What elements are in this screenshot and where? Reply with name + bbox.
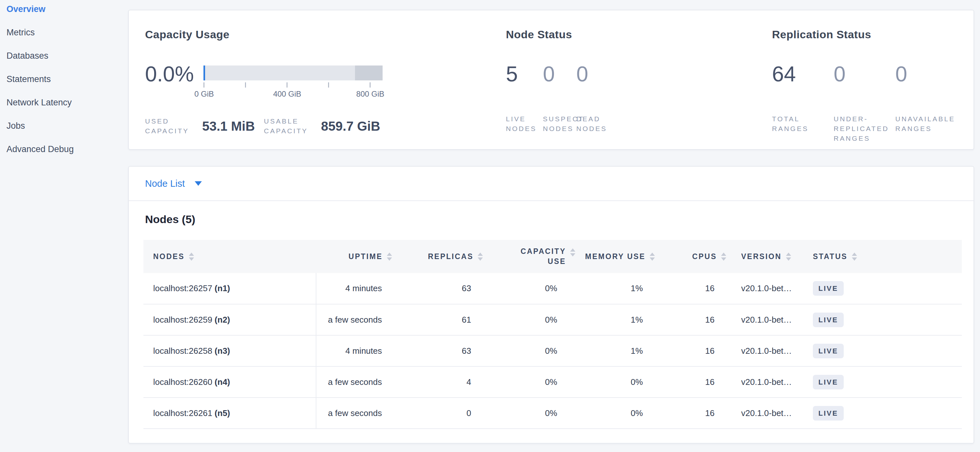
cell-node: localhost:26260 (n4) bbox=[143, 366, 316, 398]
sort-arrows-icon bbox=[387, 252, 392, 261]
sidebar-item-overview[interactable]: Overview bbox=[0, 0, 128, 21]
table-row: localhost:26261 (n5)a few seconds00%0%16… bbox=[143, 398, 962, 429]
metric-live-nodes: 5LIVE NODES bbox=[506, 63, 543, 133]
sort-arrows-icon bbox=[721, 252, 726, 261]
column-header-replicas[interactable]: REPLICAS bbox=[393, 240, 484, 273]
cell-uptime: 4 minutes bbox=[316, 273, 393, 304]
status-badge: LIVE bbox=[813, 406, 844, 420]
cell-version: v20.1.0-bet… bbox=[727, 366, 802, 398]
sort-arrows-icon bbox=[478, 252, 483, 261]
cell-capacity-use: 0% bbox=[484, 273, 577, 304]
column-header-node[interactable]: NODES bbox=[143, 240, 316, 273]
sidebar-item-metrics[interactable]: Metrics bbox=[0, 21, 128, 44]
sort-arrows-icon bbox=[650, 252, 655, 261]
cell-replicas: 4 bbox=[393, 366, 484, 398]
nodes-table-body: localhost:26257 (n1)4 minutes630%1%16v20… bbox=[143, 273, 962, 429]
sort-arrows-icon bbox=[189, 252, 194, 261]
replication-status-section: Replication Status 64TOTAL RANGES0UNDER-… bbox=[772, 28, 973, 143]
replication-status-metrics: 64TOTAL RANGES0UNDER-REPLICATED RANGES0U… bbox=[772, 63, 973, 143]
sidebar-item-databases[interactable]: Databases bbox=[0, 44, 128, 68]
column-header-inner: UPTIME bbox=[316, 252, 393, 261]
cell-version: v20.1.0-bet… bbox=[727, 304, 802, 335]
column-header-cpus[interactable]: CPUS bbox=[656, 240, 727, 273]
metric-under-replicated-ranges: 0UNDER-REPLICATED RANGES bbox=[834, 63, 895, 143]
chevron-down-icon bbox=[195, 181, 202, 186]
column-header-memory-use[interactable]: MEMORY USE bbox=[577, 240, 656, 273]
cell-cpus: 16 bbox=[656, 273, 727, 304]
node-address[interactable]: localhost:26260 bbox=[153, 377, 212, 387]
axis-label: 0 GiB bbox=[194, 89, 214, 98]
node-address[interactable]: localhost:26259 bbox=[153, 315, 212, 325]
cell-status: LIVE bbox=[802, 366, 962, 398]
node-id: (n4) bbox=[212, 377, 230, 387]
metric-label: SUSPECT NODES bbox=[543, 114, 576, 133]
metric-label: UNAVAILABLE RANGES bbox=[895, 114, 970, 133]
cell-cpus: 16 bbox=[656, 304, 727, 335]
cell-uptime: a few seconds bbox=[316, 304, 393, 335]
axis-tick bbox=[328, 82, 329, 87]
cell-node: localhost:26258 (n3) bbox=[143, 335, 316, 366]
capacity-chart-row: 0.0% 0 GiB 400 GiB 800 GiB bbox=[145, 64, 502, 101]
sidebar-item-advanced-debug[interactable]: Advanced Debug bbox=[0, 138, 128, 161]
column-header-inner: STATUS bbox=[802, 252, 962, 261]
cell-memory-use: 1% bbox=[577, 335, 656, 366]
column-header-label: NODES bbox=[153, 252, 185, 261]
cell-node: localhost:26257 (n1) bbox=[143, 273, 316, 304]
column-header-version[interactable]: VERSION bbox=[727, 240, 802, 273]
cell-version: v20.1.0-bet… bbox=[727, 335, 802, 366]
column-header-inner: VERSION bbox=[727, 252, 802, 261]
nodes-table: NODESUPTIMEREPLICASCAPACITY USEMEMORY US… bbox=[143, 240, 962, 429]
column-header-inner: CAPACITY USE bbox=[484, 246, 577, 266]
node-address[interactable]: localhost:26258 bbox=[153, 346, 212, 356]
node-address[interactable]: localhost:26257 bbox=[153, 283, 212, 293]
node-id: (n3) bbox=[212, 346, 230, 356]
sidebar-item-jobs[interactable]: Jobs bbox=[0, 114, 128, 138]
sidebar-nav: OverviewMetricsDatabasesStatementsNetwor… bbox=[0, 0, 128, 161]
cell-uptime: a few seconds bbox=[316, 366, 393, 398]
cell-version: v20.1.0-bet… bbox=[727, 273, 802, 304]
status-badge: LIVE bbox=[813, 344, 844, 358]
column-header-label: CAPACITY USE bbox=[511, 246, 566, 266]
cell-capacity-use: 0% bbox=[484, 304, 577, 335]
cell-uptime: a few seconds bbox=[316, 398, 393, 429]
table-row: localhost:26257 (n1)4 minutes630%1%16v20… bbox=[143, 273, 962, 304]
node-list-selector[interactable]: Node List bbox=[145, 178, 202, 189]
column-header-label: REPLICAS bbox=[428, 252, 473, 261]
axis-label: 800 GiB bbox=[356, 89, 385, 98]
metric-label: DEAD NODES bbox=[576, 114, 625, 133]
cell-version: v20.1.0-bet… bbox=[727, 398, 802, 429]
cluster-summary-card: Capacity Usage 0.0% 0 GiB 400 GiB 800 Gi… bbox=[128, 10, 974, 150]
metric-value: 64 bbox=[772, 63, 834, 85]
metric-value: 5 bbox=[506, 63, 543, 85]
table-row: localhost:26260 (n4)a few seconds40%0%16… bbox=[143, 366, 962, 398]
cluster-overview-page: OverviewMetricsDatabasesStatementsNetwor… bbox=[0, 0, 980, 452]
node-id: (n1) bbox=[212, 283, 230, 293]
metric-label: TOTAL RANGES bbox=[772, 114, 834, 133]
status-badge: LIVE bbox=[813, 312, 844, 327]
metric-unavailable-ranges: 0UNAVAILABLE RANGES bbox=[895, 63, 970, 143]
column-header-label: STATUS bbox=[813, 252, 848, 261]
metric-value: 0 bbox=[543, 63, 576, 85]
node-status-title: Node Status bbox=[506, 28, 765, 41]
cell-replicas: 63 bbox=[393, 273, 484, 304]
sidebar-item-network-latency[interactable]: Network Latency bbox=[0, 91, 128, 114]
cell-uptime: 4 minutes bbox=[316, 335, 393, 366]
column-header-capacity-use[interactable]: CAPACITY USE bbox=[484, 240, 577, 273]
axis-tick bbox=[286, 82, 288, 87]
node-address[interactable]: localhost:26261 bbox=[153, 408, 212, 418]
cell-replicas: 63 bbox=[393, 335, 484, 366]
column-header-uptime[interactable]: UPTIME bbox=[316, 240, 393, 273]
cell-memory-use: 1% bbox=[577, 273, 656, 304]
cell-capacity-use: 0% bbox=[484, 366, 577, 398]
column-header-status[interactable]: STATUS bbox=[802, 240, 962, 273]
status-badge: LIVE bbox=[813, 375, 844, 389]
metric-value: 0 bbox=[576, 63, 625, 85]
sidebar: OverviewMetricsDatabasesStatementsNetwor… bbox=[0, 0, 128, 452]
capacity-usage-section: Capacity Usage 0.0% 0 GiB 400 GiB 800 Gi… bbox=[145, 28, 502, 136]
node-id: (n5) bbox=[212, 408, 230, 418]
sidebar-item-statements[interactable]: Statements bbox=[0, 68, 128, 91]
column-header-label: VERSION bbox=[741, 252, 782, 261]
cell-memory-use: 1% bbox=[577, 304, 656, 335]
metric-total-ranges: 64TOTAL RANGES bbox=[772, 63, 834, 143]
capacity-bar-reserved-segment bbox=[355, 65, 383, 81]
